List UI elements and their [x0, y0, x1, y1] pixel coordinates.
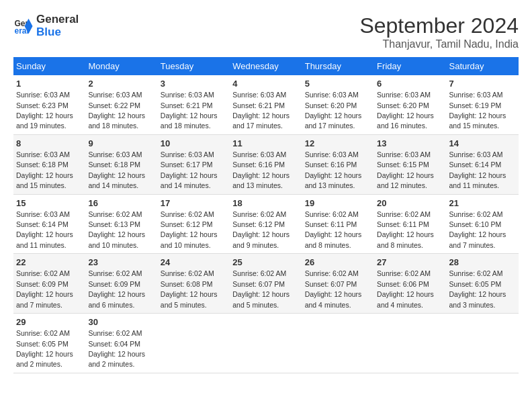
- title-block: September 2024 Thanjavur, Tamil Nadu, In…: [359, 13, 519, 50]
- day-number: 6: [377, 78, 443, 90]
- calendar-cell: 3Sunrise: 6:03 AMSunset: 6:21 PMDaylight…: [158, 75, 230, 134]
- calendar-cell: 8Sunrise: 6:03 AMSunset: 6:18 PMDaylight…: [13, 134, 85, 194]
- header-monday: Monday: [85, 57, 157, 75]
- calendar-cell: 27Sunrise: 6:02 AMSunset: 6:06 PMDayligh…: [374, 254, 446, 314]
- day-number: 17: [161, 197, 227, 210]
- week-row-5: 29Sunrise: 6:02 AMSunset: 6:05 PMDayligh…: [13, 314, 519, 373]
- day-info: Sunrise: 6:03 AMSunset: 6:18 PMDaylight:…: [16, 150, 73, 189]
- calendar-table: SundayMondayTuesdayWednesdayThursdayFrid…: [13, 57, 519, 373]
- calendar-cell: 19Sunrise: 6:02 AMSunset: 6:11 PMDayligh…: [302, 194, 374, 254]
- page-header: Gen eral General Blue September 2024 Tha…: [13, 13, 519, 50]
- day-number: 14: [449, 138, 516, 150]
- header-sunday: Sunday: [13, 57, 85, 75]
- calendar-cell: 9Sunrise: 6:03 AMSunset: 6:18 PMDaylight…: [85, 134, 157, 194]
- day-number: 16: [88, 197, 154, 210]
- day-number: 9: [88, 138, 154, 150]
- calendar-cell: 14Sunrise: 6:03 AMSunset: 6:14 PMDayligh…: [447, 134, 519, 194]
- calendar-cell: 17Sunrise: 6:02 AMSunset: 6:12 PMDayligh…: [158, 194, 230, 254]
- day-number: 7: [449, 78, 516, 90]
- header-tuesday: Tuesday: [158, 57, 230, 75]
- day-number: 12: [305, 138, 371, 150]
- calendar-cell: [302, 314, 374, 373]
- calendar-cell: [374, 314, 446, 373]
- calendar-cell: 5Sunrise: 6:03 AMSunset: 6:20 PMDaylight…: [302, 75, 374, 134]
- day-info: Sunrise: 6:03 AMSunset: 6:18 PMDaylight:…: [88, 150, 145, 189]
- day-number: 8: [16, 138, 83, 150]
- day-info: Sunrise: 6:02 AMSunset: 6:06 PMDaylight:…: [377, 269, 434, 308]
- day-info: Sunrise: 6:03 AMSunset: 6:21 PMDaylight:…: [232, 91, 290, 130]
- calendar-cell: 20Sunrise: 6:02 AMSunset: 6:11 PMDayligh…: [374, 194, 446, 254]
- calendar-cell: 4Sunrise: 6:03 AMSunset: 6:21 PMDaylight…: [230, 75, 302, 134]
- day-info: Sunrise: 6:03 AMSunset: 6:16 PMDaylight:…: [305, 150, 362, 189]
- header-wednesday: Wednesday: [230, 57, 302, 75]
- day-info: Sunrise: 6:02 AMSunset: 6:05 PMDaylight:…: [449, 269, 506, 308]
- calendar-subtitle: Thanjavur, Tamil Nadu, India: [359, 38, 519, 50]
- day-info: Sunrise: 6:02 AMSunset: 6:11 PMDaylight:…: [377, 210, 434, 249]
- day-number: 23: [88, 257, 154, 269]
- calendar-cell: [447, 314, 519, 373]
- week-row-2: 8Sunrise: 6:03 AMSunset: 6:18 PMDaylight…: [13, 134, 519, 194]
- day-number: 13: [377, 138, 443, 150]
- calendar-cell: 7Sunrise: 6:03 AMSunset: 6:19 PMDaylight…: [447, 75, 519, 134]
- day-info: Sunrise: 6:02 AMSunset: 6:04 PMDaylight:…: [88, 329, 145, 368]
- day-info: Sunrise: 6:03 AMSunset: 6:14 PMDaylight:…: [449, 150, 506, 189]
- calendar-cell: 21Sunrise: 6:02 AMSunset: 6:10 PMDayligh…: [447, 194, 519, 254]
- day-info: Sunrise: 6:03 AMSunset: 6:20 PMDaylight:…: [377, 91, 434, 130]
- week-row-3: 15Sunrise: 6:03 AMSunset: 6:14 PMDayligh…: [13, 194, 519, 254]
- day-info: Sunrise: 6:03 AMSunset: 6:23 PMDaylight:…: [16, 91, 73, 130]
- day-info: Sunrise: 6:03 AMSunset: 6:20 PMDaylight:…: [305, 91, 362, 130]
- day-number: 4: [232, 78, 299, 90]
- day-number: 22: [16, 257, 83, 269]
- day-info: Sunrise: 6:02 AMSunset: 6:12 PMDaylight:…: [232, 210, 290, 249]
- day-info: Sunrise: 6:02 AMSunset: 6:08 PMDaylight:…: [161, 269, 218, 308]
- header-saturday: Saturday: [447, 57, 519, 75]
- day-info: Sunrise: 6:03 AMSunset: 6:19 PMDaylight:…: [449, 91, 506, 130]
- calendar-cell: 23Sunrise: 6:02 AMSunset: 6:09 PMDayligh…: [85, 254, 157, 314]
- day-number: 30: [88, 316, 154, 328]
- day-number: 11: [232, 138, 299, 150]
- day-info: Sunrise: 6:02 AMSunset: 6:12 PMDaylight:…: [161, 210, 218, 249]
- day-info: Sunrise: 6:03 AMSunset: 6:15 PMDaylight:…: [377, 150, 434, 189]
- day-number: 3: [161, 78, 227, 90]
- week-row-4: 22Sunrise: 6:02 AMSunset: 6:09 PMDayligh…: [13, 254, 519, 314]
- calendar-cell: 15Sunrise: 6:03 AMSunset: 6:14 PMDayligh…: [13, 194, 85, 254]
- day-number: 19: [305, 197, 371, 210]
- header-thursday: Thursday: [302, 57, 374, 75]
- calendar-cell: 26Sunrise: 6:02 AMSunset: 6:07 PMDayligh…: [302, 254, 374, 314]
- calendar-cell: [230, 314, 302, 373]
- day-info: Sunrise: 6:02 AMSunset: 6:07 PMDaylight:…: [232, 269, 290, 308]
- calendar-cell: 24Sunrise: 6:02 AMSunset: 6:08 PMDayligh…: [158, 254, 230, 314]
- day-info: Sunrise: 6:03 AMSunset: 6:14 PMDaylight:…: [16, 210, 73, 249]
- day-number: 20: [377, 197, 443, 210]
- day-info: Sunrise: 6:03 AMSunset: 6:22 PMDaylight:…: [88, 91, 145, 130]
- day-number: 26: [305, 257, 371, 269]
- day-number: 25: [232, 257, 299, 269]
- calendar-cell: 2Sunrise: 6:03 AMSunset: 6:22 PMDaylight…: [85, 75, 157, 134]
- day-info: Sunrise: 6:02 AMSunset: 6:11 PMDaylight:…: [305, 210, 362, 249]
- day-number: 10: [161, 138, 227, 150]
- day-info: Sunrise: 6:02 AMSunset: 6:05 PMDaylight:…: [16, 329, 73, 368]
- day-info: Sunrise: 6:02 AMSunset: 6:10 PMDaylight:…: [449, 210, 506, 249]
- day-info: Sunrise: 6:03 AMSunset: 6:16 PMDaylight:…: [232, 150, 290, 189]
- day-info: Sunrise: 6:03 AMSunset: 6:21 PMDaylight:…: [161, 91, 218, 130]
- calendar-cell: 1Sunrise: 6:03 AMSunset: 6:23 PMDaylight…: [13, 75, 85, 134]
- day-number: 27: [377, 257, 443, 269]
- calendar-cell: 13Sunrise: 6:03 AMSunset: 6:15 PMDayligh…: [374, 134, 446, 194]
- calendar-cell: 11Sunrise: 6:03 AMSunset: 6:16 PMDayligh…: [230, 134, 302, 194]
- day-info: Sunrise: 6:02 AMSunset: 6:13 PMDaylight:…: [88, 210, 145, 249]
- calendar-cell: 22Sunrise: 6:02 AMSunset: 6:09 PMDayligh…: [13, 254, 85, 314]
- day-number: 18: [232, 197, 299, 210]
- logo-line2: Blue: [36, 26, 79, 39]
- calendar-cell: 12Sunrise: 6:03 AMSunset: 6:16 PMDayligh…: [302, 134, 374, 194]
- logo: Gen eral General Blue: [13, 13, 79, 38]
- calendar-cell: 30Sunrise: 6:02 AMSunset: 6:04 PMDayligh…: [85, 314, 157, 373]
- day-info: Sunrise: 6:02 AMSunset: 6:09 PMDaylight:…: [88, 269, 145, 308]
- header-friday: Friday: [374, 57, 446, 75]
- calendar-cell: 10Sunrise: 6:03 AMSunset: 6:17 PMDayligh…: [158, 134, 230, 194]
- calendar-cell: 25Sunrise: 6:02 AMSunset: 6:07 PMDayligh…: [230, 254, 302, 314]
- day-info: Sunrise: 6:02 AMSunset: 6:09 PMDaylight:…: [16, 269, 73, 308]
- logo-line1: General: [36, 13, 79, 26]
- day-number: 5: [305, 78, 371, 90]
- day-info: Sunrise: 6:02 AMSunset: 6:07 PMDaylight:…: [305, 269, 362, 308]
- day-info: Sunrise: 6:03 AMSunset: 6:17 PMDaylight:…: [161, 150, 218, 189]
